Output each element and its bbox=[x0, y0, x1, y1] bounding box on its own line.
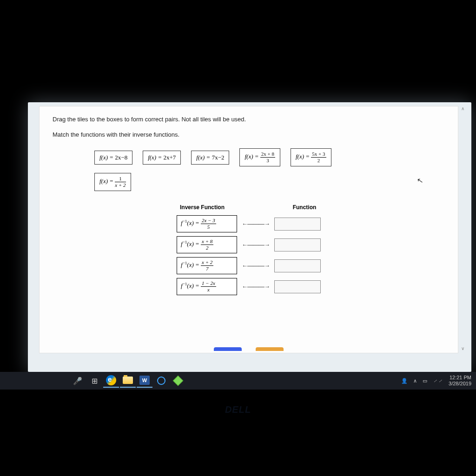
match-row-4: f−1(x) = 1 − 2xx ←———→ bbox=[177, 278, 321, 295]
match-row-2: f−1(x) = x + 82 ←———→ bbox=[177, 236, 321, 253]
cortana-icon[interactable] bbox=[153, 374, 169, 388]
windows-taskbar: 🎤 ⊞ W 👤 ∧ ▭ ⟋⟋ 12:21 PM 3/28/2019 bbox=[0, 372, 476, 390]
tiles-row-2: f(x) = 1x + 2 bbox=[94, 173, 445, 191]
time-text: 12:21 PM bbox=[449, 375, 471, 381]
inverse-box-1: f−1(x) = 2x − 35 bbox=[177, 215, 237, 232]
sims-icon[interactable] bbox=[170, 374, 186, 388]
microphone-icon[interactable]: 🎤 bbox=[70, 374, 86, 388]
clock[interactable]: 12:21 PM 3/28/2019 bbox=[449, 375, 471, 387]
task-view-icon[interactable]: ⊞ bbox=[86, 374, 102, 388]
tile-fx-2x8-over-3[interactable]: f(x) = 2x + 83 bbox=[239, 148, 280, 166]
tiles-row-1: f(x) = 2x−8 f(x) = 2x+7 f(x) = 7x−2 f(x)… bbox=[94, 148, 445, 166]
arrow-icon: ←———→ bbox=[237, 220, 274, 227]
arrow-icon: ←———→ bbox=[237, 262, 274, 269]
tile-fx-1-over-x2[interactable]: f(x) = 1x + 2 bbox=[94, 173, 131, 191]
match-row-3: f−1(x) = x + 27 ←———→ bbox=[177, 257, 321, 274]
inverse-box-3: f−1(x) = x + 27 bbox=[177, 257, 237, 274]
inverse-box-2: f−1(x) = x + 82 bbox=[177, 236, 237, 253]
inverse-box-4: f−1(x) = 1 − 2xx bbox=[177, 278, 237, 295]
browser-window: ∧ ∨ Drag the tiles to the boxes to form … bbox=[28, 102, 471, 372]
instruction-primary: Drag the tiles to the boxes to form corr… bbox=[53, 116, 445, 123]
edge-browser-icon[interactable] bbox=[103, 374, 119, 388]
matching-area: Inverse Function Function f−1(x) = 2x − … bbox=[53, 204, 445, 299]
tile-fx-2x-plus-7[interactable]: f(x) = 2x+7 bbox=[143, 151, 181, 165]
wifi-icon[interactable]: ⟋⟋ bbox=[433, 378, 443, 383]
primary-button[interactable] bbox=[214, 347, 242, 351]
drop-target-4[interactable] bbox=[274, 280, 321, 293]
scroll-down-icon[interactable]: ∨ bbox=[459, 346, 466, 352]
taskbar-right: 👤 ∧ ▭ ⟋⟋ 12:21 PM 3/28/2019 bbox=[401, 375, 471, 387]
tile-fx-7x-minus-2[interactable]: f(x) = 7x−2 bbox=[191, 151, 229, 165]
arrow-icon: ←———→ bbox=[237, 283, 274, 290]
date-text: 3/28/2019 bbox=[449, 381, 471, 387]
column-headers: Inverse Function Function bbox=[170, 204, 328, 211]
tile-fx-2x-minus-8[interactable]: f(x) = 2x−8 bbox=[94, 151, 132, 165]
tray-chevron-icon[interactable]: ∧ bbox=[413, 378, 417, 384]
match-row-1: f−1(x) = 2x − 35 ←———→ bbox=[177, 215, 321, 232]
instruction-secondary: Match the functions with their inverse f… bbox=[53, 131, 445, 138]
drop-target-1[interactable] bbox=[274, 218, 321, 231]
action-buttons-partial bbox=[214, 347, 284, 351]
question-content: Drag the tiles to the boxes to form corr… bbox=[39, 106, 458, 353]
header-inverse-function: Inverse Function bbox=[170, 204, 235, 211]
secondary-button[interactable] bbox=[256, 347, 284, 351]
header-function: Function bbox=[281, 204, 328, 211]
file-explorer-icon[interactable] bbox=[120, 374, 136, 388]
people-icon[interactable]: 👤 bbox=[401, 378, 408, 384]
tile-fx-5x3-over-2[interactable]: f(x) = 5x + 32 bbox=[291, 148, 331, 166]
drop-target-2[interactable] bbox=[274, 238, 321, 251]
scroll-up-icon[interactable]: ∧ bbox=[459, 106, 466, 112]
taskbar-left: 🎤 ⊞ W bbox=[70, 374, 186, 388]
battery-icon[interactable]: ▭ bbox=[423, 378, 427, 384]
arrow-icon: ←———→ bbox=[237, 241, 274, 248]
word-icon[interactable]: W bbox=[137, 374, 152, 388]
dell-logo: DELL bbox=[225, 404, 251, 415]
drop-target-3[interactable] bbox=[274, 259, 321, 272]
